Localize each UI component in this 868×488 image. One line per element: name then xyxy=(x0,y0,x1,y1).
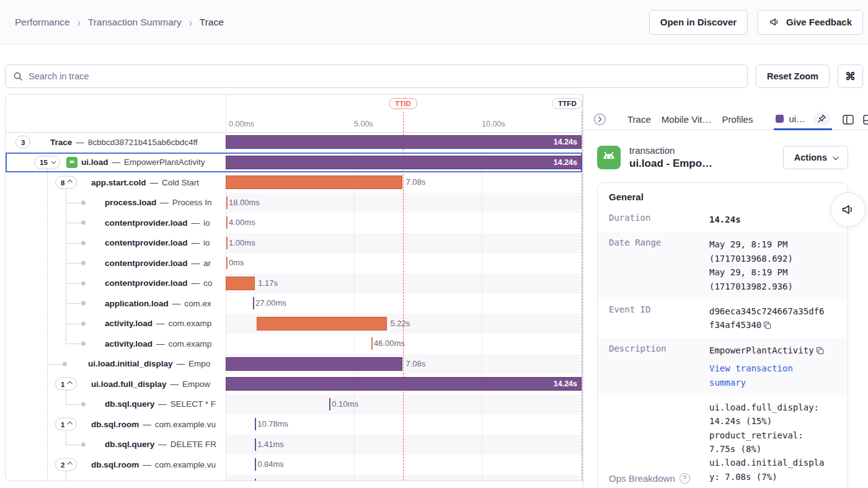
tree-connector-line xyxy=(66,344,81,344)
dock-left-icon[interactable] xyxy=(843,115,854,125)
span-count-badge[interactable]: 3 xyxy=(16,136,30,149)
span-separator: — xyxy=(160,198,169,207)
transaction-summary-link[interactable]: View transaction xyxy=(709,362,836,375)
trace-row[interactable]: activity.load—com.examp5.22s xyxy=(6,314,582,334)
tab-profiles[interactable]: Profiles xyxy=(722,109,753,130)
trace-row-tree: contentprovider.load—io xyxy=(6,233,226,254)
give-feedback-button[interactable]: Give Feedback xyxy=(758,10,863,35)
span-bar[interactable] xyxy=(226,175,402,189)
span-count-badge[interactable]: 1 xyxy=(55,378,77,391)
general-row: Ops Breakdown?ui.load.full_display:14.24… xyxy=(598,395,848,488)
span-label: contentprovider.load—co xyxy=(105,273,212,294)
span-op: activity.load xyxy=(105,319,153,328)
trace-row[interactable]: contentprovider.load—io1.00ms xyxy=(6,233,582,254)
waterfall-cell: 0.70 xyxy=(226,475,582,482)
value-line: product_retrieval: xyxy=(709,428,836,442)
value-line: d96eca345c724667a35df6 xyxy=(709,304,836,318)
copy-icon[interactable] xyxy=(763,321,771,329)
trace-row[interactable]: activity.load—com.examp46.00ms xyxy=(6,334,582,354)
span-count-badge[interactable]: 2 xyxy=(55,458,77,471)
span-duration-label: 4.00ms xyxy=(229,213,255,233)
tree-connector-dot xyxy=(81,402,86,406)
axis-tick-10s: 10.00s xyxy=(482,120,505,128)
trace-row[interactable]: ui.load.initial_display—Empo7.08s xyxy=(6,354,582,375)
breadcrumb-performance[interactable]: Performance xyxy=(15,17,70,28)
trace-row[interactable]: contentprovider.load—ar0ms xyxy=(6,253,582,273)
trace-row[interactable]: 1db.sql.room—com.example.vu10.78ms xyxy=(6,414,582,435)
value-line: May 29, 8:19 PM xyxy=(709,265,836,279)
trace-row[interactable]: contentprovider.load—co1.17s xyxy=(6,273,582,294)
span-duration-label: 10.78ms xyxy=(257,414,288,435)
span-count: 1 xyxy=(61,420,64,428)
tab-trace[interactable]: Trace xyxy=(627,109,651,130)
span-op: contentprovider.load xyxy=(105,238,188,247)
dock-bottom-icon[interactable] xyxy=(863,115,868,125)
tab-mobile-vitals[interactable]: Mobile Vit… xyxy=(662,109,712,130)
pin-tab-icon[interactable] xyxy=(813,112,830,126)
span-duration-label: 7.08s xyxy=(405,172,425,193)
span-op: contentprovider.load xyxy=(105,259,188,268)
span-bar[interactable] xyxy=(226,277,255,290)
trace-row[interactable]: contentprovider.load—io4.00ms xyxy=(6,213,582,233)
span-tick xyxy=(226,237,228,249)
ttid-pill: TTID xyxy=(389,98,417,109)
trace-row[interactable]: 15ui.load—EmpowerPlantActivity14.24s xyxy=(6,153,582,173)
trace-toolbar: Search in trace Reset Zoom ⌘ xyxy=(5,64,863,88)
chevron-down-icon xyxy=(833,154,839,160)
span-label: activity.load—com.examp xyxy=(105,334,211,354)
span-op: application.load xyxy=(105,299,169,308)
collapse-drawer-icon[interactable] xyxy=(593,113,606,126)
search-input[interactable]: Search in trace xyxy=(5,64,748,88)
help-icon[interactable]: ? xyxy=(680,473,690,484)
tree-connector-dot xyxy=(81,442,86,446)
feedback-floating-button[interactable] xyxy=(831,192,866,227)
trace-row-tree: ui.load.initial_display—Empo xyxy=(6,354,226,375)
trace-row[interactable]: 2db.sql.room—com.example.vu0.84ms xyxy=(6,455,582,475)
general-row-value: EmpowerPlantActivityView transactionsumm… xyxy=(709,344,836,389)
span-duration-label: 0.70 xyxy=(257,475,273,482)
chevron-down-icon xyxy=(51,159,56,164)
trace-row[interactable]: application.load—com.ex27.00ms xyxy=(6,293,582,314)
open-in-discover-button[interactable]: Open in Discover xyxy=(649,10,748,35)
general-row-label: Date Range xyxy=(609,237,703,247)
trace-row[interactable]: 8app.start.cold—Cold Start7.08s xyxy=(6,172,582,193)
span-bar[interactable]: 14.24s xyxy=(226,377,582,391)
shortcut-button[interactable]: ⌘ xyxy=(838,64,863,88)
trace-view-app: Performance › Transaction Summary › Trac… xyxy=(0,0,868,488)
trace-row[interactable]: db.sql.query—DELETE FR1.41ms xyxy=(6,435,582,455)
trace-row[interactable]: 1ui.load.full_display—Empow14.24s xyxy=(6,374,582,394)
span-count-badge[interactable]: 15 xyxy=(34,156,60,169)
span-duration-label: 1.17s xyxy=(258,273,278,294)
general-row-value: 14.24s xyxy=(709,213,836,226)
span-count-badge[interactable]: 1 xyxy=(55,418,77,431)
waterfall-cell: 1.00ms xyxy=(226,233,582,254)
span-count-badge[interactable]: 8 xyxy=(55,176,77,189)
span-description: ar xyxy=(203,259,211,268)
waterfall-cell: 14.24s xyxy=(226,132,582,153)
span-bar[interactable] xyxy=(226,357,402,371)
tab-transaction-active[interactable]: ui… xyxy=(776,109,805,128)
tree-connector-dot xyxy=(81,261,86,265)
waterfall-cell: 0.84ms xyxy=(226,455,582,475)
span-bar[interactable]: 14.24s xyxy=(226,156,582,169)
span-label: ui.load.initial_display—Empo xyxy=(88,354,210,375)
transaction-summary-link[interactable]: summary xyxy=(709,376,836,389)
span-separator: — xyxy=(150,178,159,187)
general-label-text: Ops Breakdown xyxy=(609,473,675,484)
waterfall-cell: 10.78ms xyxy=(226,414,582,435)
breadcrumb-transaction-summary[interactable]: Transaction Summary xyxy=(88,17,182,28)
chevron-up-icon xyxy=(68,179,73,184)
trace-row[interactable]: db.sql.query—INSERT OR0.70 xyxy=(6,475,582,482)
header-buttons: Open in Discover Give Feedback xyxy=(649,10,863,35)
span-bar[interactable] xyxy=(257,317,387,331)
actions-button[interactable]: Actions xyxy=(783,146,848,169)
copy-icon[interactable] xyxy=(816,347,824,355)
span-bar[interactable]: 14.24s xyxy=(226,135,582,149)
span-separator: — xyxy=(76,138,84,147)
trace-row[interactable]: process.load—Process In18.00ms xyxy=(6,193,582,213)
waterfall-cell: 18.00ms xyxy=(226,193,582,213)
reset-zoom-button[interactable]: Reset Zoom xyxy=(756,64,830,88)
trace-row[interactable]: 3Trace—8cbbcd38721b415ab6cbdc4ff14.24s xyxy=(6,132,582,153)
trace-row[interactable]: db.sql.query—SELECT * F0.10ms xyxy=(6,394,582,415)
tree-connector-dot xyxy=(81,281,86,285)
